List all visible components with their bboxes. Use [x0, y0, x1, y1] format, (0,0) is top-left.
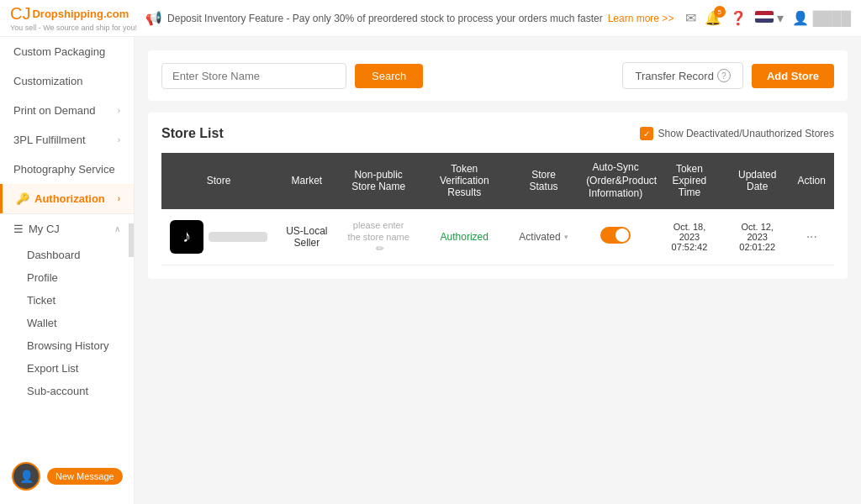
sidebar-item-profile[interactable]: Profile	[0, 266, 134, 289]
new-message-area: 👤 New Message	[0, 455, 135, 497]
status-chevron-icon: ▾	[564, 233, 568, 241]
mycj-section: ☰ My CJ ∧ Dashboard Profile Ticket Walle…	[0, 213, 134, 402]
mail-icon[interactable]: ✉	[685, 10, 696, 26]
add-store-button[interactable]: Add Store	[752, 64, 834, 88]
sidebar-item-3pl-fulfillment[interactable]: 3PL Fulfillment ›	[0, 125, 134, 155]
store-name-input[interactable]	[161, 63, 346, 89]
chevron-right-auth: ›	[118, 194, 120, 203]
sidebar-item-photography-service[interactable]: Photography Service	[0, 155, 134, 184]
cell-updated-date: Oct. 12, 202302:01:22	[726, 209, 790, 265]
col-auto-sync: Auto-Sync(Order&ProductInformation)	[578, 153, 653, 209]
auto-sync-toggle[interactable]	[600, 227, 631, 244]
non-public-placeholder: please enter the store name	[347, 220, 409, 242]
avatar: 👤	[12, 462, 40, 491]
more-actions-icon[interactable]: ···	[806, 229, 817, 244]
toggle-track[interactable]	[600, 227, 631, 244]
cell-store-status: Activated ▾	[510, 209, 578, 265]
chevron-right-icon: ›	[118, 106, 120, 115]
store-table: Store Market Non-public Store Name Token…	[161, 153, 834, 265]
bell-icon[interactable]: 🔔 5	[705, 10, 721, 26]
cell-store: ♪	[161, 209, 276, 265]
col-token-result: Token Verification Results	[420, 153, 510, 209]
col-store-status: Store Status	[510, 153, 578, 209]
sidebar-item-browsing-history[interactable]: Browsing History	[0, 334, 134, 357]
tiktok-platform-icon: ♪	[170, 220, 203, 254]
authorized-badge: Authorized	[441, 231, 489, 243]
sidebar-item-dashboard[interactable]: Dashboard	[0, 244, 134, 266]
cell-market: US-Local Seller	[276, 209, 338, 265]
logo-area: CJ Dropshipping.com You sell - We source…	[10, 4, 137, 32]
col-non-public: Non-public Store Name	[338, 153, 420, 209]
show-deactivated-label: Show Deactivated/Unauthorized Stores	[658, 128, 834, 139]
new-message-button[interactable]: New Message	[47, 468, 123, 485]
cell-token-result: Authorized	[420, 209, 510, 265]
cell-non-public: please enter the store name ✏	[338, 209, 420, 265]
sidebar-item-export-list[interactable]: Export List	[0, 357, 134, 380]
cj-logo-icon: CJ	[10, 4, 30, 24]
col-market: Market	[276, 153, 338, 209]
transfer-record-button[interactable]: Transfer Record ?	[622, 62, 742, 89]
sidebar-label-customization: Customization	[13, 75, 120, 87]
chevron-up-icon: ∧	[114, 224, 120, 234]
cell-auto-sync	[578, 209, 653, 265]
mycj-header[interactable]: ☰ My CJ ∧	[0, 214, 134, 244]
announcement-banner: 📢 Deposit Inventory Feature - Pay only 3…	[145, 10, 677, 26]
sidebar-label-custom-packaging: Custom Packaging	[13, 45, 120, 58]
toggle-thumb	[615, 228, 629, 242]
store-list-header: Store List ✓ Show Deactivated/Unauthoriz…	[161, 126, 834, 141]
table-body: ♪ US-Local Seller please enter the store…	[161, 209, 834, 265]
logo-brand: Dropshipping.com	[32, 8, 129, 20]
auth-label: Authorization	[34, 192, 105, 205]
sidebar-collapse-button[interactable]: ‹	[129, 223, 135, 257]
col-action: Action	[790, 153, 834, 209]
sidebar-item-customization[interactable]: Customization	[0, 66, 134, 96]
learn-more-link[interactable]: Learn more >>	[608, 13, 674, 24]
sidebar-label-print-on-demand: Print on Demand	[13, 104, 118, 117]
mycj-icon: ☰	[13, 223, 24, 235]
search-bar: Search Transfer Record ? Add Store	[148, 50, 848, 101]
sidebar-label-photography-service: Photography Service	[13, 163, 120, 176]
table-header: Store Market Non-public Store Name Token…	[161, 153, 834, 209]
edit-store-name-icon[interactable]: ✏	[376, 243, 384, 255]
sidebar-item-ticket[interactable]: Ticket	[0, 289, 134, 312]
flag-icon: ▾	[755, 10, 784, 26]
sidebar: Custom Packaging Customization Print on …	[0, 37, 135, 504]
cell-token-expired: Oct. 18, 202307:52:42	[653, 209, 726, 265]
chevron-right-icon: ›	[118, 135, 120, 144]
search-button[interactable]: Search	[355, 64, 423, 88]
store-list-card: Store List ✓ Show Deactivated/Unauthoriz…	[148, 113, 848, 279]
announcement-text: Deposit Inventory Feature - Pay only 30%…	[167, 13, 603, 24]
logo-tagline: You sell - We source and ship for you!	[10, 24, 137, 32]
mycj-label: My CJ	[29, 223, 60, 235]
user-avatar[interactable]: 👤 ████	[792, 10, 851, 26]
col-token-expired: Token Expired Time	[653, 153, 726, 209]
sidebar-label-3pl-fulfillment: 3PL Fulfillment	[13, 134, 118, 146]
transfer-record-label: Transfer Record	[635, 70, 713, 82]
header-icons: ✉ 🔔 5 ❓ ▾ 👤 ████	[685, 10, 851, 26]
status-text: Activated	[519, 231, 560, 243]
auth-icon: 🔑	[16, 192, 29, 205]
col-store: Store	[161, 153, 276, 209]
sidebar-item-authorization[interactable]: 🔑 Authorization ›	[0, 184, 134, 213]
header: CJ Dropshipping.com You sell - We source…	[0, 0, 861, 37]
sidebar-item-print-on-demand[interactable]: Print on Demand ›	[0, 96, 134, 125]
bell-badge: 5	[714, 6, 726, 18]
cell-action: ···	[790, 209, 834, 265]
col-updated-date: Updated Date	[726, 153, 790, 209]
store-list-title: Store List	[161, 126, 640, 141]
show-deactivated-checkbox[interactable]: ✓	[640, 127, 653, 140]
transfer-help-icon[interactable]: ?	[717, 69, 731, 82]
sidebar-item-sub-account[interactable]: Sub-account	[0, 380, 134, 402]
layout: Custom Packaging Customization Print on …	[0, 37, 861, 504]
announcement-icon: 📢	[145, 10, 162, 26]
store-table-wrap: Store Market Non-public Store Name Token…	[161, 153, 834, 265]
show-deactivated-area[interactable]: ✓ Show Deactivated/Unauthorized Stores	[640, 127, 834, 140]
sidebar-item-wallet[interactable]: Wallet	[0, 312, 134, 334]
help-icon[interactable]: ❓	[730, 10, 747, 26]
sidebar-item-custom-packaging[interactable]: Custom Packaging	[0, 37, 134, 66]
main-content: Search Transfer Record ? Add Store Store…	[135, 37, 861, 504]
status-dropdown[interactable]: Activated ▾	[518, 231, 569, 243]
table-row: ♪ US-Local Seller please enter the store…	[161, 209, 834, 265]
store-name-blurred	[209, 232, 267, 242]
